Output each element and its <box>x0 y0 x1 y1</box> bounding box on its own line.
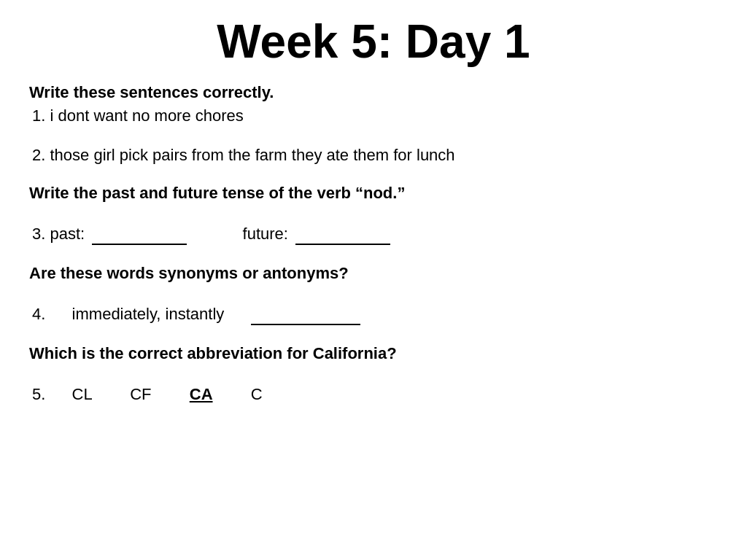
question-4: 4. immediately, instantly <box>29 305 718 325</box>
q5-option-c: C <box>251 385 263 403</box>
page-title: Week 5: Day 1 <box>29 15 718 69</box>
section2-instruction: Write the past and future tense of the v… <box>29 184 718 203</box>
q3-past-label: 3. past: <box>32 225 85 243</box>
q5-option-cl: CL <box>72 385 92 403</box>
q3-future-blank <box>295 225 390 245</box>
section-synonyms: Are these words synonyms or antonyms? 4.… <box>29 258 718 325</box>
q4-blank <box>251 305 360 325</box>
question-1: 1. i dont want no more chores <box>29 106 718 125</box>
section1-instruction: Write these sentences correctly. <box>29 83 718 102</box>
q3-past-blank <box>92 225 187 245</box>
section-verb-tense: Write the past and future tense of the v… <box>29 178 718 245</box>
section-sentences: Write these sentences correctly. 1. i do… <box>29 83 718 165</box>
q5-option-ca: CA <box>190 385 213 403</box>
q5-prefix: 5. <box>32 385 45 403</box>
section3-instruction: Are these words synonyms or antonyms? <box>29 264 718 283</box>
question-3: 3. past: future: <box>29 225 718 245</box>
q5-option-cf: CF <box>130 385 151 403</box>
q4-prefix: 4. <box>32 305 45 323</box>
section4-instruction: Which is the correct abbreviation for Ca… <box>29 344 718 363</box>
q3-future-label: future: <box>243 225 288 243</box>
question-2: 2. those girl pick pairs from the farm t… <box>29 146 718 165</box>
q4-words: immediately, instantly <box>72 305 225 323</box>
question-5: 5. CL CF CA C <box>29 385 718 404</box>
section-abbreviation: Which is the correct abbreviation for Ca… <box>29 338 718 404</box>
